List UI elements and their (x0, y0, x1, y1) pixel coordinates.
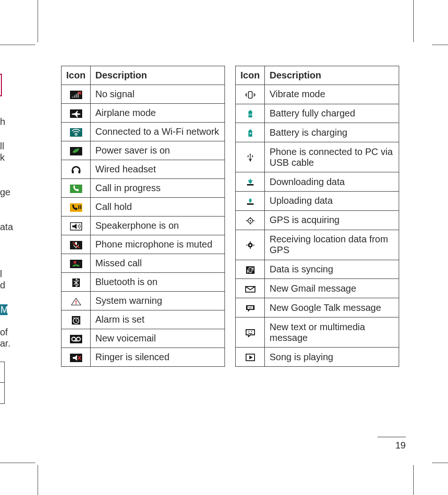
cell-description: New Google Talk message (265, 298, 399, 317)
facing-page-table-fragment (0, 382, 4, 383)
table-row: New Gmail message (236, 279, 399, 298)
table-row: New text or multimedia message (236, 317, 399, 347)
svg-point-34 (249, 220, 251, 221)
col-header-description: Description (91, 66, 225, 85)
music-playing-icon (244, 353, 256, 362)
svg-rect-31 (247, 203, 254, 205)
table-row: Battery is charging (236, 123, 399, 142)
svg-rect-16 (76, 303, 77, 304)
cell-description: Call hold (91, 198, 225, 217)
table-row: Phone microphone is muted (62, 235, 225, 254)
svg-point-42 (251, 331, 252, 332)
crop-mark (38, 0, 38, 42)
table-row: System warning (62, 292, 225, 310)
table-row: Receiving location data from GPS (236, 230, 399, 260)
mms-sms-icon (244, 329, 256, 337)
svg-rect-32 (249, 200, 251, 202)
cell-description: Ringer is silenced (91, 348, 225, 367)
voicemail-icon (70, 335, 82, 343)
cell-description: Phone is connected to PC via USB cable (265, 142, 399, 172)
col-header-icon: Icon (62, 66, 91, 85)
cell-description: Battery is charging (265, 123, 399, 142)
table-row: Bluetooth is on (62, 273, 225, 292)
cell-description: System warning (91, 292, 225, 310)
table-row: Missed call (62, 254, 225, 273)
facing-page-text: k (0, 152, 4, 163)
cell-description: Uploading data (265, 192, 399, 211)
col-header-description: Description (265, 66, 399, 85)
battery-full-icon: 100 (244, 110, 256, 118)
table-row: Speakerphone is on (62, 217, 225, 235)
crop-mark (432, 45, 448, 45)
vibrate-mode-icon (244, 91, 256, 99)
svg-rect-30 (247, 184, 254, 186)
table-row: Power saver is on (62, 141, 225, 160)
ringer-silenced-icon (70, 354, 82, 362)
sync-icon (244, 266, 256, 274)
facing-page-text: ll (0, 141, 4, 152)
no-signal-icon (70, 91, 82, 99)
table-row: Data is syncing (236, 260, 399, 279)
google-talk-icon: talk (244, 304, 256, 312)
facing-page-text: of (0, 327, 8, 338)
cell-description: New voicemail (91, 329, 225, 348)
table-row: New voicemail (62, 329, 225, 348)
crop-mark (413, 465, 414, 495)
table-row: Song is playing (236, 348, 399, 367)
cell-description: Missed call (91, 254, 225, 273)
cell-description: Vibrate mode (265, 85, 399, 104)
page-content: Icon Description No signal Airplane mode… (61, 66, 399, 367)
gps-receiving-icon (244, 241, 256, 249)
cell-description: Alarm is set (91, 310, 225, 329)
svg-rect-6 (70, 185, 82, 193)
facing-page-text: h (0, 116, 4, 127)
facing-page-text: d (0, 280, 4, 291)
svg-rect-15 (76, 301, 77, 303)
svg-rect-25 (249, 110, 251, 111)
icon-table-right-body: Vibrate mode 100Battery fully charged Ba… (236, 85, 399, 367)
facing-page-text: l (0, 269, 2, 279)
speakerphone-icon (70, 222, 82, 231)
svg-point-36 (249, 244, 251, 246)
crop-mark (0, 463, 35, 463)
col-header-icon: Icon (236, 66, 265, 85)
svg-text:talk: talk (248, 306, 252, 309)
cell-description: No signal (91, 85, 225, 104)
system-warning-icon (70, 297, 82, 306)
facing-page-text: ar. (0, 338, 10, 349)
table-row: 100Battery fully charged (236, 104, 399, 123)
downloading-icon (244, 178, 256, 186)
crop-mark (38, 465, 38, 495)
table-row: Uploading data (236, 192, 399, 211)
mic-muted-icon (70, 241, 82, 249)
page-number: 19 (378, 437, 406, 451)
table-row: Ringer is silenced (62, 348, 225, 367)
alarm-set-icon (70, 316, 82, 325)
table-row: Downloading data (236, 172, 399, 192)
table-row: talkNew Google Talk message (236, 298, 399, 317)
svg-text:100: 100 (248, 113, 252, 116)
power-saver-icon (70, 147, 82, 155)
svg-point-41 (248, 331, 249, 332)
svg-rect-13 (70, 260, 82, 268)
cell-description: Bluetooth is on (91, 273, 225, 292)
call-hold-icon (70, 203, 82, 212)
svg-point-29 (249, 160, 251, 162)
missed-call-icon (70, 260, 82, 268)
facing-page-text: ge (0, 187, 9, 198)
airplane-mode-icon (70, 109, 82, 118)
gps-acquiring-icon (244, 217, 256, 225)
table-row: Wired headset (62, 160, 225, 179)
svg-rect-23 (248, 92, 252, 98)
cell-description: Data is syncing (265, 260, 399, 279)
cell-description: Wired headset (91, 160, 225, 179)
table-row: Alarm is set (62, 310, 225, 329)
cell-description: Call in progress (91, 179, 225, 198)
battery-charging-icon (244, 129, 256, 138)
uploading-icon (244, 197, 256, 206)
crop-mark (413, 0, 414, 42)
icon-table-left: Icon Description No signal Airplane mode… (61, 66, 225, 367)
facing-page-text: ata (0, 222, 12, 232)
table-row: Phone is connected to PC via USB cable (236, 142, 399, 172)
cell-description: Speakerphone is on (91, 217, 225, 235)
